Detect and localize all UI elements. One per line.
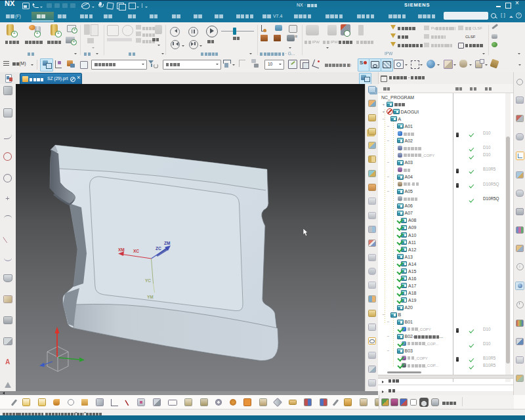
- svg-text:YM: YM: [147, 295, 154, 299]
- svg-text:YC: YC: [145, 278, 151, 283]
- svg-text:ZM: ZM: [164, 241, 170, 245]
- svg-text:XM: XM: [118, 247, 125, 252]
- svg-text:XC: XC: [133, 249, 139, 253]
- svg-text:ZC: ZC: [156, 246, 161, 251]
